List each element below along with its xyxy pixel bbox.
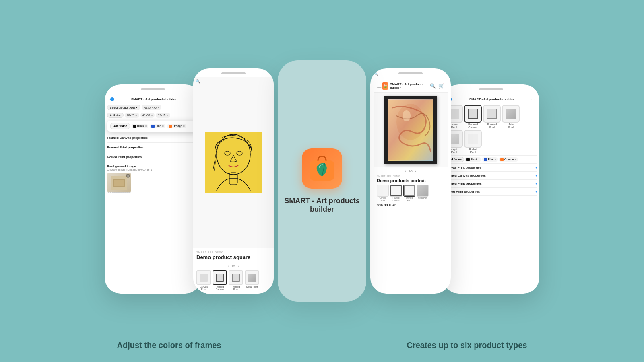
right-acrylic-label: AcrylicPrint <box>450 148 458 154</box>
right-panel-types: CanvasPrint FramedCanvas <box>445 103 537 155</box>
add-frame-button[interactable]: Add frame <box>110 123 130 129</box>
hamburger-icon[interactable]: ☰ <box>377 83 382 89</box>
color-tag-orange: Orange × <box>167 124 186 128</box>
right-color-black: Black × <box>465 157 482 162</box>
svg-rect-3 <box>205 132 262 193</box>
tag-20x25: 20x25 × <box>125 113 139 118</box>
bg-remove-icon[interactable]: × <box>126 174 130 178</box>
type-framed-canvas[interactable]: FramedCanvas <box>213 270 227 290</box>
phone-3-content: ☰ 🍃 SMART - Art products builder 🔍 🛒 🔍 <box>370 77 451 294</box>
prop-framed-canvas-header[interactable]: Framed Canvas properties ▾ <box>107 135 199 140</box>
select-product-types-btn[interactable]: Select product types ▾ <box>107 105 140 110</box>
portrait-prev[interactable]: ‹ <box>405 169 406 173</box>
canvas-thumb <box>196 270 211 285</box>
right-orange-dot <box>500 158 504 161</box>
right-prop-canvas-chevron: ▾ <box>535 166 537 169</box>
right-blue-remove[interactable]: × <box>494 158 496 161</box>
right-orange-remove[interactable]: × <box>514 158 516 161</box>
search-icon[interactable]: 🔍 <box>430 83 436 89</box>
right-prop-framed-canvas-label: Framed Canvas properties <box>445 174 486 177</box>
orange-remove[interactable]: × <box>183 124 185 128</box>
portrait-image-area: 🔍 <box>374 93 448 167</box>
right-type-metal[interactable]: MetalPrint <box>502 105 520 129</box>
shopify-icon-left: 🔷 <box>109 97 114 101</box>
bg-thumbnail[interactable]: × <box>107 173 131 193</box>
cart-icon[interactable]: 🛒 <box>438 83 444 89</box>
right-blue-label: Blue <box>488 158 493 161</box>
left-phone-group: 🔷 SMART - Art products builder ··· Selec… <box>105 68 274 294</box>
shopify-logo-area: 🍃 SMART - Art products builder <box>382 82 430 90</box>
phone-4-content: 🔷 SMART - Art products builder ··· Canva… <box>443 93 539 294</box>
right-prop-rolled-print-header[interactable]: Rolled Print properties ▾ <box>445 188 537 195</box>
type-framed-print[interactable]: FramedPrint <box>229 270 243 290</box>
right-prop-framed-canvas-header[interactable]: Framed Canvas properties ▾ <box>445 172 537 179</box>
black-remove[interactable]: × <box>145 124 147 128</box>
portrait-next[interactable]: › <box>415 169 416 173</box>
select-chevron-icon: ▾ <box>136 106 138 109</box>
right-blue-dot <box>484 158 487 161</box>
tag-row-1: Select product types ▾ Ratio: 4x5 × <box>107 103 199 111</box>
right-framed-canvas-shape <box>468 109 478 119</box>
tag-ratio-remove[interactable]: × <box>157 106 159 109</box>
right-framed-print-shape <box>487 109 497 119</box>
prop-rolled-print-label: Rolled Print properties <box>107 155 142 159</box>
pagination-text: 1/7 <box>231 265 235 268</box>
shopify-header: ☰ 🍃 SMART - Art products builder 🔍 🛒 <box>374 80 448 93</box>
prev-arrow[interactable]: ‹ <box>228 264 229 269</box>
right-type-framed-print[interactable]: FramedPrint <box>483 105 501 129</box>
next-arrow[interactable]: › <box>238 264 239 269</box>
phone-admin-left: 🔷 SMART - Art products builder ··· Selec… <box>105 84 201 294</box>
tag-ratio: Ratio: 4x5 × <box>142 105 161 110</box>
phone-admin-right: 🔷 SMART - Art products builder ··· Canva… <box>443 84 539 294</box>
phone-1-content: 🔷 SMART - Art products builder ··· Selec… <box>105 93 201 294</box>
prop-rolled-print-header[interactable]: Rolled Print properties ▾ <box>107 154 199 160</box>
framed-print-inner <box>233 274 239 281</box>
canvas-shape <box>200 274 208 282</box>
prop-framed-print-header[interactable]: Framed Print properties ▾ <box>107 145 199 150</box>
admin-title-right: SMART - Art products builder <box>469 97 514 101</box>
select-product-label: Select product types <box>110 106 135 109</box>
portrait-type-metal[interactable]: Metal Print <box>417 185 429 202</box>
tag-row-2: Add size 20x25 × 40x50 × 12x15 × <box>107 111 199 119</box>
right-rolled-label: RolledPrint <box>469 148 477 154</box>
blue-dot <box>151 125 155 128</box>
color-tag-blue: Blue × <box>150 124 165 128</box>
portrait-framed-print-label: FramedPrint <box>406 197 413 202</box>
add-size-btn[interactable]: Add size <box>107 113 124 118</box>
right-type-rolled[interactable]: RolledPrint <box>464 130 482 154</box>
framed-canvas-label: FramedCanvas <box>216 286 224 290</box>
type-metal-print[interactable]: Metal Print <box>245 270 259 290</box>
right-prop-framed-print: Framed Print properties ▾ <box>445 180 537 188</box>
tag-12x15-remove[interactable]: × <box>166 113 168 117</box>
portrait-type-canvas[interactable]: CanvasPrint <box>377 185 389 202</box>
zoom-icon: 🔍 <box>196 79 200 84</box>
notch-bar-4 <box>479 88 503 90</box>
right-metal-thumb <box>502 105 520 123</box>
right-metal-label: MetalPrint <box>507 123 514 129</box>
portrait-framed-canvas-label: FramedCanvas <box>392 197 399 202</box>
framed-print-shape <box>232 274 240 282</box>
blue-remove[interactable]: × <box>162 124 164 128</box>
app-icon <box>302 148 342 189</box>
center-app-card: SMART - Art products builder <box>278 60 366 302</box>
portrait-type-framed-print[interactable]: FramedPrint <box>403 185 415 202</box>
right-type-framed-canvas[interactable]: FramedCanvas <box>464 105 482 129</box>
type-canvas-print[interactable]: CanvasPrint <box>196 270 211 290</box>
right-framed-canvas-label: FramedCanvas <box>468 123 478 129</box>
tag-20x25-remove[interactable]: × <box>135 113 137 117</box>
caption-left: Adjust the colors of frames <box>117 341 221 350</box>
right-color-orange: Orange × <box>499 157 518 162</box>
portrait-title: Demo products portrait <box>377 178 444 183</box>
portrait-type-framed-canvas[interactable]: FramedCanvas <box>390 185 402 202</box>
tag-40x50-remove[interactable]: × <box>151 113 153 117</box>
right-prop-canvas-header[interactable]: Canvas Print properties ▾ <box>445 164 537 171</box>
main-scene: 🔷 SMART - Art products builder ··· Selec… <box>0 0 644 362</box>
right-prop-canvas: Canvas Print properties ▾ <box>445 164 537 172</box>
right-prop-framed-print-header[interactable]: Framed Print properties ▾ <box>445 180 537 187</box>
right-black-remove[interactable]: × <box>478 158 480 161</box>
right-prop-rolled-print-chevron: ▾ <box>535 190 537 193</box>
bg-section: Background image Choose image from Shopi… <box>107 162 199 195</box>
phone-notch-3 <box>370 68 451 77</box>
right-color-blue: Blue × <box>482 157 498 162</box>
portrait-info: SMART APP DEMO Demo products portrait Ca… <box>374 175 448 210</box>
